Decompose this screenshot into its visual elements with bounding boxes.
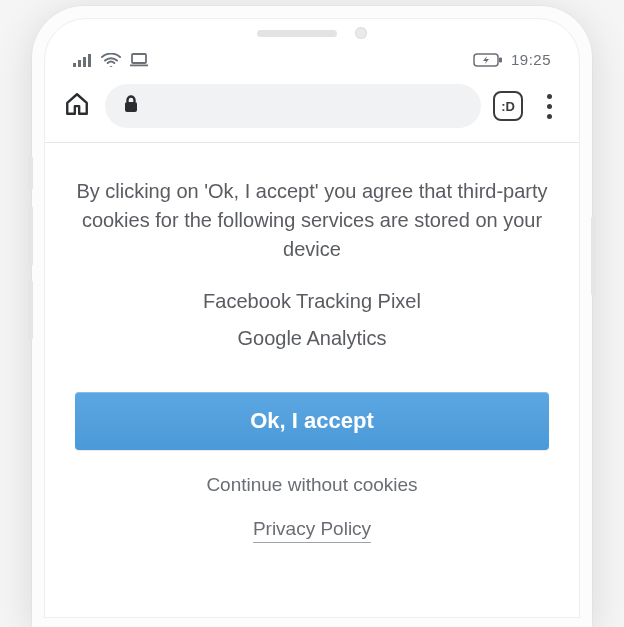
svg-rect-4 (132, 54, 146, 63)
overflow-menu-button[interactable] (535, 90, 563, 123)
tabs-button[interactable]: :D (493, 91, 523, 121)
phone-power-button (591, 216, 596, 296)
status-bar: 19:25 (45, 47, 579, 76)
cookie-consent-panel: By clicking on 'Ok, I accept' you agree … (45, 143, 579, 543)
dots-icon (547, 94, 552, 99)
svg-rect-7 (499, 57, 502, 62)
dots-icon (547, 104, 552, 109)
phone-volume-up (28, 206, 33, 266)
dots-icon (547, 114, 552, 119)
accept-button[interactable]: Ok, I accept (75, 392, 549, 450)
svg-rect-8 (125, 102, 137, 112)
consent-service-item: Google Analytics (75, 327, 549, 350)
phone-side-button (28, 156, 33, 190)
svg-rect-2 (83, 57, 86, 67)
phone-volume-down (28, 280, 33, 340)
address-bar[interactable] (105, 84, 481, 128)
svg-rect-5 (130, 64, 148, 66)
consent-service-item: Facebook Tracking Pixel (75, 290, 549, 313)
continue-without-cookies-link[interactable]: Continue without cookies (75, 474, 549, 496)
status-clock: 19:25 (511, 51, 551, 68)
home-icon (64, 91, 90, 121)
tabs-count: :D (501, 99, 515, 114)
privacy-policy-link[interactable]: Privacy Policy (253, 518, 371, 543)
phone-speaker (257, 30, 337, 37)
signal-icon (73, 53, 93, 67)
home-button[interactable] (61, 90, 93, 122)
svg-rect-3 (88, 54, 91, 67)
wifi-icon (101, 53, 121, 67)
phone-screen: 19:25 :D (44, 18, 580, 618)
browser-toolbar: :D (45, 76, 579, 143)
phone-camera (355, 27, 367, 39)
lock-icon (123, 95, 139, 117)
battery-icon (473, 53, 503, 67)
laptop-icon (129, 53, 149, 67)
consent-description: By clicking on 'Ok, I accept' you agree … (75, 177, 549, 264)
phone-notch (45, 19, 579, 47)
svg-rect-1 (78, 60, 81, 67)
svg-rect-0 (73, 63, 76, 67)
phone-frame: 19:25 :D (32, 6, 592, 627)
